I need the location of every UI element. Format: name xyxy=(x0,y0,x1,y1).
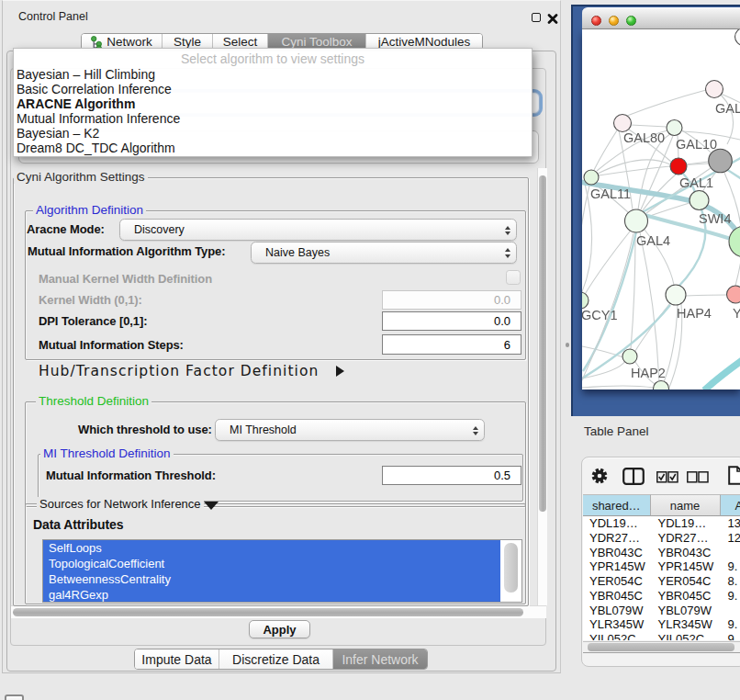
sources-group-title: Sources for Network Inference xyxy=(37,497,204,511)
new-document-icon[interactable] xyxy=(728,466,740,489)
node-table[interactable]: shared…nameAveraYDL19…YDL19…13YDR27…YDR2… xyxy=(583,494,740,640)
table-row[interactable]: YBR045CYBR045C9. xyxy=(583,589,740,604)
deselect-all-icon[interactable] xyxy=(687,470,709,487)
mi-threshold-group-title: MI Threshold Definition xyxy=(40,446,174,460)
table-row[interactable]: YDR27…YDR27…12 xyxy=(583,531,740,546)
mi-steps-value: 6 xyxy=(504,338,510,352)
column-header-shared[interactable]: shared… xyxy=(583,494,651,516)
apply-button[interactable]: Apply xyxy=(249,620,310,638)
network-node-swi4[interactable] xyxy=(690,191,709,210)
tab-label: jActiveMNodules xyxy=(378,35,471,49)
minimize-window-icon[interactable] xyxy=(609,16,619,26)
node-label: SWI4 xyxy=(699,211,731,226)
network-node-gcy1[interactable] xyxy=(582,292,589,309)
close-panel-button[interactable] xyxy=(547,13,558,24)
table-cell: 9. xyxy=(721,617,740,632)
network-node-gal80[interactable] xyxy=(614,115,632,132)
attributes-scrollbar-thumb[interactable] xyxy=(504,543,518,593)
network-edge xyxy=(640,232,659,381)
table-row[interactable]: YER054CYER054C8. xyxy=(583,574,740,589)
kernel-width-field[interactable]: 0.0 xyxy=(382,290,521,310)
settings-horizontal-scrollbar-thumb[interactable] xyxy=(13,608,523,617)
attribute-item[interactable]: BetweennessCentrality xyxy=(43,571,500,587)
table-cell: YBL079W xyxy=(583,604,651,618)
tab-discretize-data[interactable]: Discretize Data xyxy=(219,649,333,669)
data-attributes-list[interactable]: SelfLoopsTopologicalCoefficientBetweenne… xyxy=(42,539,522,603)
algorithm-option[interactable]: Bayesian – K2 xyxy=(14,126,532,141)
arrow-up-icon xyxy=(505,226,510,230)
column-header-name[interactable]: name xyxy=(651,494,721,516)
mi-type-combo[interactable]: Naive Bayes xyxy=(251,242,517,264)
gear-icon[interactable] xyxy=(591,468,608,488)
network-node-gal11[interactable] xyxy=(584,170,599,185)
algorithm-option[interactable]: Basic Correlation Inference xyxy=(14,82,532,96)
node-label: GAL10 xyxy=(676,137,717,152)
table-row[interactable]: YDL19…YDL19…13 xyxy=(583,516,740,531)
algorithm-option[interactable]: ARACNE Algorithm xyxy=(14,96,532,111)
table-cell xyxy=(721,604,740,618)
arrow-down-icon xyxy=(473,432,478,435)
network-node[interactable] xyxy=(654,381,669,390)
tab-infer-network[interactable]: Infer Network xyxy=(333,649,427,669)
tab-label: Cyni Toolbox xyxy=(281,35,352,49)
mi-threshold-field[interactable]: 0.5 xyxy=(382,466,521,485)
table-cell: YPR145W xyxy=(651,559,721,574)
aracne-mode-combo[interactable]: Discovery xyxy=(119,219,517,241)
algorithm-option[interactable]: Bayesian – Hill Climbing xyxy=(14,67,532,82)
table-row[interactable]: YBR043CYBR043C xyxy=(583,546,740,560)
network-icon xyxy=(91,36,103,49)
network-window-titlebar[interactable] xyxy=(582,7,740,29)
algorithm-option[interactable]: Mutual Information Inference xyxy=(14,111,532,126)
network-node-y[interactable] xyxy=(727,286,740,303)
close-window-icon[interactable] xyxy=(591,16,601,26)
table-cell: 12 xyxy=(721,531,740,546)
mi-steps-field[interactable]: 6 xyxy=(382,334,521,355)
table-horizontal-scrollbar-thumb[interactable] xyxy=(588,643,734,651)
expand-arrow-icon[interactable] xyxy=(336,366,344,377)
collapse-arrow-icon[interactable] xyxy=(204,502,219,510)
manual-kernel-label: Manual Kernel Width Definition xyxy=(39,272,212,286)
table-cell: YBR045C xyxy=(651,589,721,604)
manual-kernel-checkbox[interactable] xyxy=(506,270,521,285)
node-label: GCY1 xyxy=(582,308,618,322)
table-row[interactable]: YIL052CYIL052C9. xyxy=(583,632,740,640)
table-row[interactable]: YBL079WYBL079W xyxy=(583,604,740,618)
network-node-gal4[interactable] xyxy=(625,209,648,232)
settings-vertical-scrollbar-thumb[interactable] xyxy=(539,175,546,512)
network-view-canvas[interactable]: GAL7GAL80GAL10GAL1GAL11SWI4GAL4GCY1HAP4Y… xyxy=(582,29,740,390)
kernel-width-value: 0.0 xyxy=(494,293,510,307)
network-node-hap4[interactable] xyxy=(666,285,686,305)
network-node[interactable] xyxy=(735,29,740,46)
attribute-item[interactable]: gal4RGexp xyxy=(43,587,500,603)
network-node-hap2[interactable] xyxy=(622,349,637,364)
attribute-item[interactable]: SelfLoops xyxy=(43,540,500,556)
float-window-button[interactable] xyxy=(532,13,541,22)
dpi-tolerance-field[interactable]: 0.0 xyxy=(382,311,521,331)
algorithm-options-list: Bayesian – Hill ClimbingBasic Correlatio… xyxy=(14,67,532,155)
arrow-up-icon xyxy=(505,248,510,252)
which-threshold-combo[interactable]: MI Threshold xyxy=(215,419,485,441)
table-row[interactable]: YPR145WYPR145W9. xyxy=(583,559,740,574)
tab-impute-data[interactable]: Impute Data xyxy=(135,649,219,669)
partial-button[interactable] xyxy=(5,694,24,700)
network-node[interactable] xyxy=(709,149,733,173)
network-node-gal1[interactable] xyxy=(670,158,687,175)
network-edge xyxy=(582,386,654,388)
select-all-icon[interactable] xyxy=(656,470,678,487)
network-node-gal7[interactable] xyxy=(706,81,723,98)
table-cell: 9. xyxy=(721,632,740,640)
splitter-handle[interactable] xyxy=(566,343,569,347)
cyni-bottom-tabs: Impute DataDiscretize DataInfer Network xyxy=(134,649,428,670)
algorithm-option[interactable]: Dream8 DC_TDC Algorithm xyxy=(14,141,532,155)
table-cell: YBR045C xyxy=(583,589,651,604)
zoom-window-icon[interactable] xyxy=(626,16,636,26)
network-node-gal10[interactable] xyxy=(667,120,682,136)
network-node[interactable] xyxy=(729,226,740,257)
control-panel-title: Control Panel xyxy=(18,10,88,23)
attribute-item[interactable]: TopologicalCoefficient xyxy=(43,556,500,571)
split-columns-icon[interactable] xyxy=(622,468,645,489)
table-cell: 13 xyxy=(721,516,740,531)
column-header-Avera[interactable]: Avera xyxy=(721,494,740,516)
table-cell: YLR345W xyxy=(651,617,721,632)
table-row[interactable]: YLR345WYLR345W9. xyxy=(583,617,740,632)
